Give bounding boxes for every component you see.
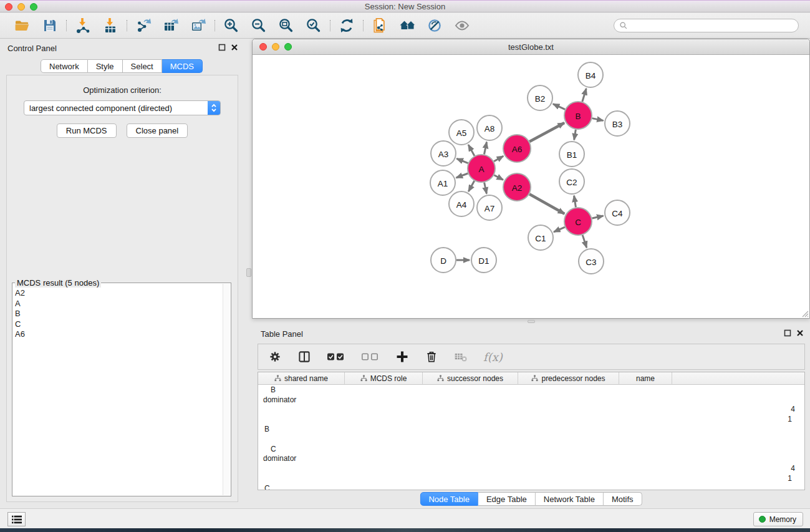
graph-edge-C-C4[interactable] — [592, 216, 604, 218]
graph-node-A7[interactable]: A7 — [477, 195, 502, 220]
close-table-panel-icon[interactable] — [796, 329, 804, 337]
zoom-fit-icon[interactable] — [277, 17, 295, 34]
graph-edge-B-B3[interactable] — [592, 118, 604, 121]
table-cell[interactable]: dominator — [258, 454, 804, 464]
tab-select[interactable]: Select — [123, 59, 162, 73]
graph-edge-A-A6[interactable] — [494, 156, 503, 162]
graph-node-B2[interactable]: B2 — [528, 85, 552, 110]
graph-node-D[interactable]: D — [431, 248, 456, 273]
refresh-icon[interactable] — [338, 17, 355, 34]
graph-edge-A-A3[interactable] — [456, 158, 468, 163]
graph-node-C2[interactable]: C2 — [559, 169, 584, 194]
graph-edge-A-A2[interactable] — [494, 175, 503, 180]
network-window-titlebar[interactable]: testGlobe.txt — [253, 39, 809, 55]
close-panel-button[interactable]: Close panel — [127, 123, 188, 138]
graph-edge-B-B1[interactable] — [574, 130, 576, 140]
network-canvas[interactable]: B4B2BB3A8A5A6A3B1AC2A1A2A4A7C4CC1C3DD1 — [253, 55, 809, 318]
network-close-button[interactable] — [259, 43, 267, 51]
eye-icon[interactable] — [453, 17, 471, 34]
zoom-in-icon[interactable] — [223, 17, 240, 34]
graph-node-A6[interactable]: A6 — [503, 135, 531, 162]
graph-node-A1[interactable]: A1 — [430, 170, 455, 195]
result-item[interactable]: A2 — [15, 288, 222, 299]
column-header-predecessor-nodes[interactable]: predecessor nodes — [518, 372, 619, 385]
graph-edge-A-A4[interactable] — [468, 181, 474, 191]
add-row-icon[interactable] — [395, 350, 409, 364]
import-network-icon[interactable] — [74, 17, 92, 34]
search-input[interactable] — [631, 21, 793, 30]
table-cell[interactable]: 1 — [258, 414, 804, 424]
table-cell[interactable]: C — [258, 444, 804, 454]
graph-node-A2[interactable]: A2 — [503, 173, 531, 201]
graph-node-A3[interactable]: A3 — [431, 141, 456, 166]
graph-edge-C-C1[interactable] — [554, 227, 565, 232]
close-panel-icon[interactable] — [231, 44, 238, 51]
export-network-icon[interactable] — [135, 17, 152, 34]
tab-motifs[interactable]: Motifs — [604, 492, 642, 506]
result-scrollbar[interactable] — [223, 284, 230, 495]
select-all-icon[interactable] — [327, 352, 345, 362]
network-document-icon[interactable] — [371, 17, 388, 34]
tab-network[interactable]: Network — [41, 59, 88, 73]
resize-grip-icon[interactable] — [801, 310, 809, 317]
column-header-successor-nodes[interactable]: successor nodes — [423, 372, 518, 385]
graph-edge-A6-B[interactable] — [529, 123, 564, 142]
horizontal-splitter-handle[interactable] — [528, 320, 535, 323]
export-image-icon[interactable] — [190, 17, 207, 34]
network-minimize-button[interactable] — [272, 43, 279, 51]
graph-node-A5[interactable]: A5 — [449, 120, 474, 145]
save-icon[interactable] — [41, 17, 59, 34]
graph-edge-A-A5[interactable] — [468, 145, 475, 156]
graph-node-B3[interactable]: B3 — [605, 111, 630, 136]
graph-edge-A2-C[interactable] — [529, 194, 564, 214]
home-icon[interactable] — [398, 17, 416, 34]
result-item[interactable]: A — [15, 299, 222, 309]
graph-node-B4[interactable]: B4 — [578, 62, 603, 87]
graph-node-A[interactable]: A — [468, 155, 495, 182]
search-field[interactable] — [614, 19, 799, 32]
table-cell[interactable] — [258, 434, 804, 444]
criterion-dropdown[interactable]: largest connected component (directed) — [24, 100, 221, 115]
result-item[interactable]: A6 — [15, 329, 222, 340]
graph-node-C[interactable]: C — [564, 208, 592, 235]
graph-edge-A-A1[interactable] — [456, 173, 468, 178]
graph-node-C3[interactable]: C3 — [579, 249, 604, 274]
graph-edge-A-A8[interactable] — [485, 142, 487, 155]
graph-node-B[interactable]: B — [564, 102, 592, 129]
graph-edge-B-B2[interactable] — [553, 104, 565, 110]
table-cell[interactable]: B — [258, 424, 804, 434]
table-cell[interactable]: C — [258, 483, 804, 490]
zoom-selected-icon[interactable] — [305, 17, 322, 34]
gear-icon[interactable] — [268, 350, 282, 364]
graph-node-C4[interactable]: C4 — [605, 200, 630, 225]
graph-edge-A-A7[interactable] — [485, 183, 487, 194]
deselect-all-icon[interactable] — [361, 352, 380, 362]
graph-node-B1[interactable]: B1 — [559, 142, 584, 167]
minimize-window-button[interactable] — [17, 3, 25, 11]
graph-node-C1[interactable]: C1 — [528, 225, 553, 250]
zoom-out-icon[interactable] — [250, 17, 268, 34]
graph-node-A8[interactable]: A8 — [477, 115, 502, 140]
graph-edge-B-B4[interactable] — [582, 89, 586, 102]
tab-node-table[interactable]: Node Table — [420, 492, 478, 506]
tab-network-table[interactable]: Network Table — [536, 492, 604, 506]
column-header-name[interactable]: name — [619, 372, 672, 385]
open-file-icon[interactable] — [14, 17, 31, 34]
column-header-shared-name[interactable]: shared name — [258, 372, 345, 385]
vizmap-off-icon[interactable] — [426, 17, 443, 34]
float-table-panel-icon[interactable] — [784, 329, 791, 337]
table-cell[interactable]: 1 — [258, 473, 804, 483]
columns-icon[interactable] — [297, 350, 311, 364]
graph-edge-C-C3[interactable] — [582, 235, 587, 248]
table-cell[interactable]: B — [258, 385, 804, 395]
tab-edge-table[interactable]: Edge Table — [478, 492, 536, 506]
network-zoom-button[interactable] — [284, 43, 292, 51]
result-item[interactable]: B — [15, 309, 222, 319]
delete-row-icon[interactable] — [425, 350, 438, 364]
result-item[interactable]: C — [15, 319, 222, 330]
graph-node-A4[interactable]: A4 — [449, 191, 474, 216]
table-cell[interactable]: 4 — [258, 405, 804, 415]
run-mcds-button[interactable]: Run MCDS — [57, 123, 117, 138]
table-cell[interactable]: 4 — [258, 463, 804, 473]
column-header-MCDS-role[interactable]: MCDS role — [345, 372, 423, 385]
